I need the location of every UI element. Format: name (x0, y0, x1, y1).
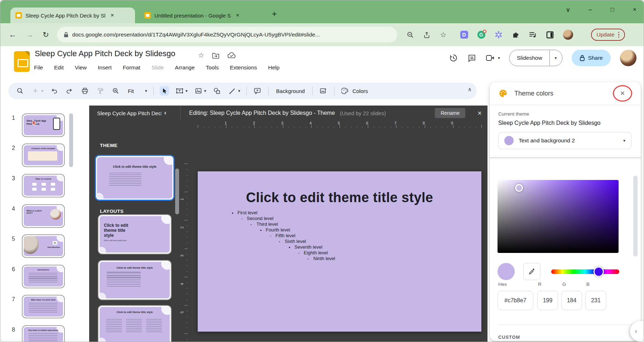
replace-image-icon[interactable] (319, 86, 328, 96)
layout-thumbnail-2[interactable]: Click to edit theme title style (98, 260, 172, 300)
share-page-icon[interactable] (423, 31, 431, 39)
insert-image-caret-icon[interactable]: ▾ (204, 88, 206, 93)
back-icon[interactable]: ← (9, 30, 16, 39)
insert-line-tool[interactable] (228, 86, 237, 96)
hex-input[interactable]: #c7b8e7 (498, 291, 533, 310)
window-minimize-button[interactable]: – (586, 6, 594, 14)
slides-favicon (15, 12, 22, 19)
share-button[interactable]: Share (572, 50, 611, 66)
theme-body-placeholder[interactable]: ●First level ○Second level ▪Third level … (232, 210, 335, 262)
menu-format[interactable]: Format (122, 63, 141, 72)
layout-thumbnail-3[interactable]: Click to edit theme title style (98, 305, 172, 342)
browser-window: Sleep Cycle App Pitch Deck by Sl × Untit… (0, 0, 644, 342)
document-status-cloud-icon[interactable] (227, 52, 236, 58)
browser-tab-2[interactable]: Untitled presentation - Google S × (139, 8, 261, 23)
tab-close-icon[interactable]: × (110, 12, 114, 19)
menu-edit[interactable]: Edit (53, 63, 64, 72)
search-menus-icon[interactable] (15, 86, 25, 96)
theme-master-thumbnail[interactable]: Click to edit theme title style (95, 155, 174, 201)
version-history-icon[interactable] (449, 53, 458, 63)
bookmark-star-icon[interactable]: ☆ (440, 31, 447, 38)
zoom-select[interactable]: Fit ▾ (126, 88, 147, 94)
zoom-out-icon[interactable] (407, 31, 414, 39)
slide-editing-surface[interactable]: Click to edit theme title style ●First l… (198, 171, 481, 332)
insert-line-caret-icon[interactable]: ▾ (238, 88, 240, 93)
move-folder-icon[interactable] (212, 52, 220, 59)
star-document-icon[interactable]: ☆ (198, 51, 204, 59)
slideshow-dropdown-caret-icon[interactable]: ▾ (550, 55, 562, 60)
insert-image-tool[interactable] (194, 86, 203, 96)
filmstrip-scrollbar[interactable] (69, 113, 73, 167)
flower-extension-icon[interactable] (495, 31, 503, 39)
reload-icon[interactable]: ↻ (43, 30, 49, 39)
menu-arrange[interactable]: Arrange (174, 63, 195, 72)
share-label: Share (588, 55, 603, 61)
browser-profile-avatar[interactable] (563, 30, 573, 40)
account-avatar[interactable] (620, 50, 636, 66)
insert-shape-tool[interactable] (212, 86, 222, 96)
hide-menus-chevron-icon[interactable]: ∧ (468, 86, 472, 93)
close-theme-editor-icon[interactable]: × (477, 109, 482, 117)
print-icon[interactable] (80, 86, 90, 96)
filmstrip-slide-5[interactable]: 5 01 Introduction (0, 234, 89, 259)
redo-icon[interactable] (65, 86, 74, 96)
side-panel-icon[interactable] (546, 31, 554, 39)
filmstrip-slide-3[interactable]: 3 Table of contents (0, 174, 89, 198)
zoom-in-icon[interactable] (111, 86, 120, 96)
filmstrip-slide-1[interactable]: 1 Sleep Cycle App Pitch Deck (0, 113, 89, 138)
filmstrip-slide-8[interactable]: 8 Key ideas in market opportunity (0, 325, 89, 342)
layout-thumbnail-1[interactable]: Click to edit theme title style Click to… (98, 214, 172, 254)
filmstrip-slide-4[interactable]: 4 What is a pitch deck? (0, 204, 89, 229)
comment-history-icon[interactable] (467, 54, 476, 63)
color-picker-handle[interactable] (515, 184, 523, 192)
forward-icon[interactable]: → (26, 30, 33, 39)
tab-close-icon[interactable]: × (236, 12, 239, 19)
eyedropper-button[interactable] (523, 263, 540, 280)
extension-d-icon[interactable]: D (460, 31, 468, 39)
browser-menu-icon[interactable] (618, 32, 620, 38)
menu-view[interactable]: View (74, 63, 87, 72)
browser-tab-1[interactable]: Sleep Cycle App Pitch Deck by Sl × (10, 8, 135, 23)
theme-title-placeholder[interactable]: Click to edit theme title style (198, 190, 481, 205)
text-box-tool[interactable] (175, 86, 184, 96)
hue-slider[interactable] (551, 269, 619, 274)
insert-comment-icon[interactable] (253, 86, 262, 96)
menu-help[interactable]: Help (268, 63, 280, 72)
select-tool[interactable] (160, 86, 169, 96)
address-bar[interactable]: docs.google.com/presentation/d/1TZq4AWgi… (57, 27, 397, 43)
media-queue-icon[interactable] (529, 31, 537, 38)
theme-colors-button[interactable]: Colors (341, 86, 369, 96)
chrome-update-button[interactable]: Update (591, 29, 625, 41)
new-tab-button[interactable]: + (272, 10, 277, 18)
theme-panel-scrollbar[interactable] (175, 168, 179, 214)
camera-dropdown-caret-icon[interactable]: ▾ (498, 55, 500, 60)
tab-search-chevron-icon[interactable]: ∨ (564, 6, 572, 14)
background-button[interactable]: Background (275, 88, 306, 94)
blue-input[interactable]: 231 (585, 291, 606, 310)
menu-extensions[interactable]: Extensions (229, 63, 258, 72)
panel-scrollbar[interactable] (633, 176, 638, 256)
slideshow-button[interactable]: Slideshow (510, 55, 549, 61)
menu-insert[interactable]: Insert (97, 63, 112, 72)
window-close-button[interactable]: × (631, 6, 639, 14)
saturation-value-picker[interactable] (498, 180, 619, 253)
green-input[interactable]: 184 (561, 291, 582, 310)
rename-button[interactable]: Rename (435, 108, 465, 118)
extensions-puzzle-icon[interactable] (512, 31, 520, 39)
color-role-select[interactable]: Text and background 2 ▾ (498, 132, 631, 149)
filmstrip-slide-7[interactable]: 7 Main ideas of a pitch deck (0, 295, 89, 319)
hue-slider-thumb[interactable] (593, 267, 604, 277)
window-maximize-button[interactable]: □ (609, 6, 616, 14)
filmstrip-slide-6[interactable]: 6 Introduction (0, 265, 89, 289)
slides-logo[interactable] (14, 51, 30, 72)
undo-icon[interactable] (49, 86, 59, 96)
menu-tools[interactable]: Tools (205, 63, 220, 72)
meet-camera-icon[interactable] (486, 54, 495, 62)
theme-selector[interactable]: Sleep Cycle App Pitch Deck ▴▾ (89, 110, 180, 116)
red-input[interactable]: 199 (537, 291, 558, 310)
text-box-caret-icon[interactable]: ▾ (186, 88, 188, 93)
filmstrip-slide-2[interactable]: 2 Contents of this template (0, 143, 89, 168)
document-title[interactable]: Sleep Cycle App Pitch Deck by Slidesgo (35, 49, 176, 58)
menu-file[interactable]: File (33, 63, 44, 72)
grammarly-extension-icon[interactable]: G (477, 31, 485, 39)
